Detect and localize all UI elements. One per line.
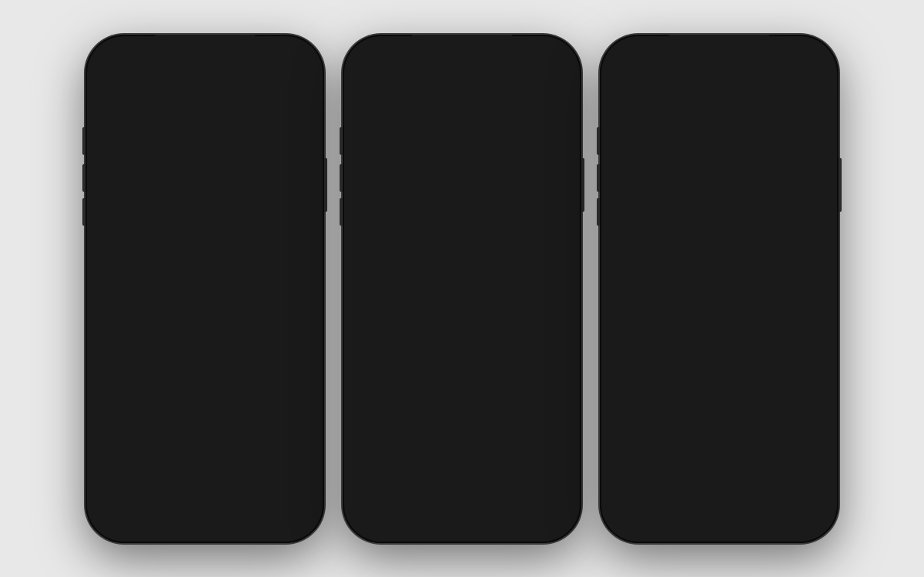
svg-point-41 (273, 243, 283, 258)
svg-point-98 (546, 497, 554, 505)
tab-label-games-3: Games (663, 516, 685, 524)
svg-rect-34 (170, 227, 184, 244)
tab-apps-3[interactable]: Apps (697, 495, 742, 524)
chevron-down-1: ⌄ (200, 471, 209, 483)
tab-apps-2[interactable]: Apps (440, 495, 484, 524)
app-icon-cards[interactable] (434, 324, 490, 379)
svg-rect-91 (370, 497, 371, 500)
play-button-3[interactable]: PLAY (634, 435, 804, 463)
svg-rect-33 (182, 264, 207, 278)
tab-apps-1[interactable]: Apps (182, 495, 227, 524)
svg-rect-22 (179, 143, 184, 146)
arcade-icon-3 (755, 495, 772, 515)
tab-label-arcade-3: Arcade (753, 517, 775, 525)
search-icon-3 (801, 495, 816, 515)
svg-rect-31 (184, 226, 203, 268)
tab-search-2[interactable]: Search (529, 495, 574, 524)
status-icons-3: ▲ (770, 61, 815, 72)
svg-rect-26 (128, 166, 155, 179)
tab-label-arcade-2: Arcade (496, 517, 518, 525)
svg-point-150 (762, 500, 766, 505)
app-icon-hot-lava[interactable] (177, 324, 233, 379)
svg-rect-144 (627, 497, 628, 500)
svg-rect-56 (199, 504, 204, 509)
svg-rect-49 (206, 357, 214, 368)
svg-rect-77 (450, 169, 455, 182)
svg-rect-8 (232, 212, 278, 218)
tab-arcade-3[interactable]: Arcade (742, 495, 786, 525)
tab-bar-1: Today Games Apps Arcade (93, 489, 316, 535)
chevron-down-3: ⌄ (715, 471, 724, 483)
svg-rect-54 (199, 497, 204, 502)
svg-rect-148 (713, 504, 718, 509)
svg-point-151 (803, 497, 812, 505)
wifi-icon-2: ▲ (528, 61, 537, 72)
svg-rect-145 (631, 497, 633, 500)
svg-rect-20 (162, 139, 179, 151)
svg-rect-52 (112, 497, 114, 500)
phone-hot-lava: 9:41 ▲ ‹ (85, 35, 324, 543)
search-icon-2 (544, 495, 559, 515)
arcade-icon-2 (498, 495, 515, 515)
tab-search-1[interactable]: Search (272, 495, 316, 524)
tab-today-3[interactable]: Today (608, 495, 652, 524)
apps-icon-2 (454, 495, 470, 515)
tab-label-apps-1: Apps (197, 516, 213, 524)
tab-label-search-2: Search (541, 516, 563, 524)
svg-rect-76 (434, 169, 439, 182)
svg-rect-129 (608, 254, 831, 270)
chevron-down-2: ⌄ (457, 471, 467, 483)
svg-rect-55 (206, 497, 211, 502)
today-icon-1 (108, 495, 123, 515)
svg-rect-51 (109, 501, 122, 502)
tab-today-1[interactable]: Today (93, 495, 138, 524)
svg-rect-73 (440, 183, 444, 195)
svg-rect-92 (374, 497, 376, 500)
app-icon-pathless[interactable] (691, 324, 747, 379)
tab-label-arcade-1: Arcade (239, 517, 261, 525)
wifi-icon-1: ▲ (271, 61, 280, 72)
info-panel-2: ··· Arcade Where Cards Fall A story abou… (350, 314, 574, 488)
play-button-2[interactable]: PLAY (377, 435, 547, 463)
battery-icon-3 (798, 62, 815, 70)
tab-arcade-1[interactable]: Arcade (227, 495, 272, 525)
play-button-1[interactable]: PLAY (120, 435, 290, 463)
svg-rect-115 (671, 153, 681, 159)
tab-search-3[interactable]: Search (786, 495, 831, 524)
svg-rect-143 (624, 501, 636, 502)
games-icon-2 (410, 495, 425, 515)
back-button-3[interactable]: ‹ (620, 81, 643, 104)
back-button-2[interactable]: ‹ (363, 81, 386, 104)
more-options-1[interactable]: ··· (288, 344, 304, 360)
games-icon-3 (667, 495, 682, 515)
phone-where-cards-fall: 9:41 ▲ ‹ (343, 35, 581, 543)
svg-rect-94 (463, 497, 468, 502)
status-icons-1: ▲ (256, 61, 301, 72)
battery-icon-1 (284, 62, 301, 70)
tab-today-2[interactable]: Today (350, 495, 395, 524)
game-title-3: The Pathless (667, 394, 772, 414)
tab-games-3[interactable]: Games (652, 495, 697, 524)
back-button-1[interactable]: ‹ (105, 81, 129, 104)
svg-point-139 (722, 328, 727, 332)
svg-rect-23 (166, 156, 197, 163)
svg-rect-142 (624, 498, 636, 509)
app-icon-row-1: ··· (105, 324, 304, 379)
tab-games-1[interactable]: Games (138, 495, 182, 524)
svg-rect-79 (438, 154, 454, 160)
game-subtitle-3: Explore the cursed forest (668, 417, 770, 428)
tab-games-2[interactable]: Games (395, 495, 440, 524)
tab-arcade-2[interactable]: Arcade (484, 495, 529, 525)
svg-rect-95 (456, 504, 461, 509)
tab-label-apps-3: Apps (711, 516, 728, 524)
tab-label-search-3: Search (798, 516, 820, 524)
more-options-2[interactable]: ··· (545, 344, 561, 360)
svg-point-58 (247, 500, 252, 505)
app-icon-row-3: ··· (620, 324, 819, 379)
svg-point-97 (504, 500, 509, 505)
svg-rect-25 (174, 112, 189, 123)
status-bar-2: 9:41 ▲ (350, 42, 574, 76)
more-options-3[interactable]: ··· (802, 344, 819, 360)
game-title-1: Hot Lava (169, 394, 241, 414)
today-icon-2 (365, 495, 380, 515)
